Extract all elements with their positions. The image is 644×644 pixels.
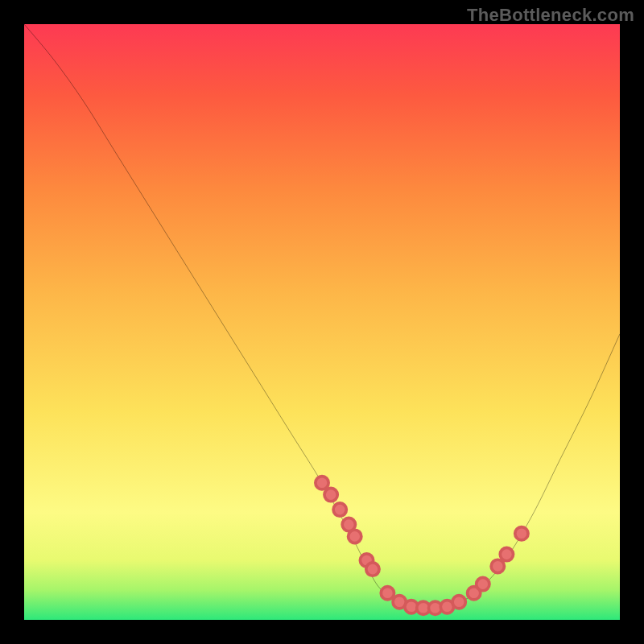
- highlight-dot: [324, 488, 337, 501]
- highlight-dot: [366, 563, 379, 576]
- highlight-dot: [333, 503, 346, 516]
- highlight-dot: [515, 527, 528, 540]
- curve-svg: [24, 24, 620, 620]
- highlight-dot: [477, 577, 489, 590]
- highlight-dot: [381, 587, 394, 600]
- highlight-dots: [316, 477, 528, 615]
- highlight-dot: [316, 477, 328, 489]
- highlight-dot: [349, 530, 361, 543]
- highlight-dot: [491, 559, 504, 572]
- bottleneck-curve: [24, 24, 620, 609]
- highlight-dot: [500, 547, 513, 560]
- chart-frame: TheBottleneck.com: [0, 0, 644, 644]
- highlight-dot: [452, 596, 465, 609]
- plot-area: [24, 24, 620, 620]
- watermark-label: TheBottleneck.com: [467, 5, 634, 26]
